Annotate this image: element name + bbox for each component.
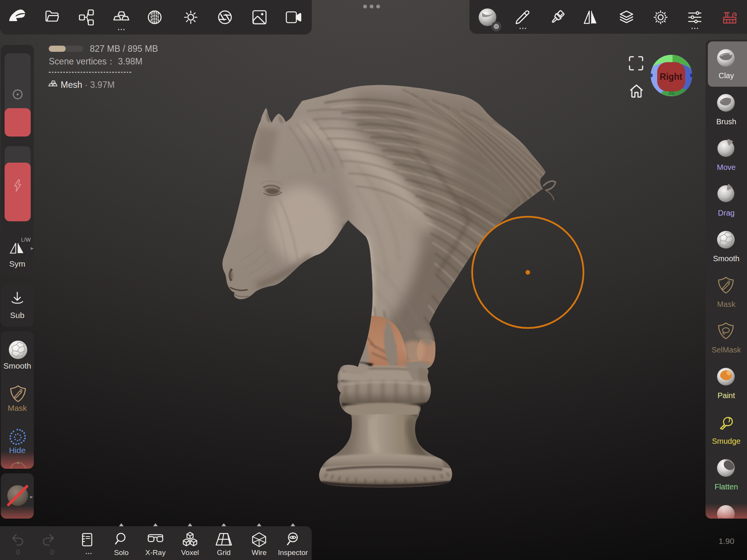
svg-text:Right: Right	[660, 72, 683, 82]
